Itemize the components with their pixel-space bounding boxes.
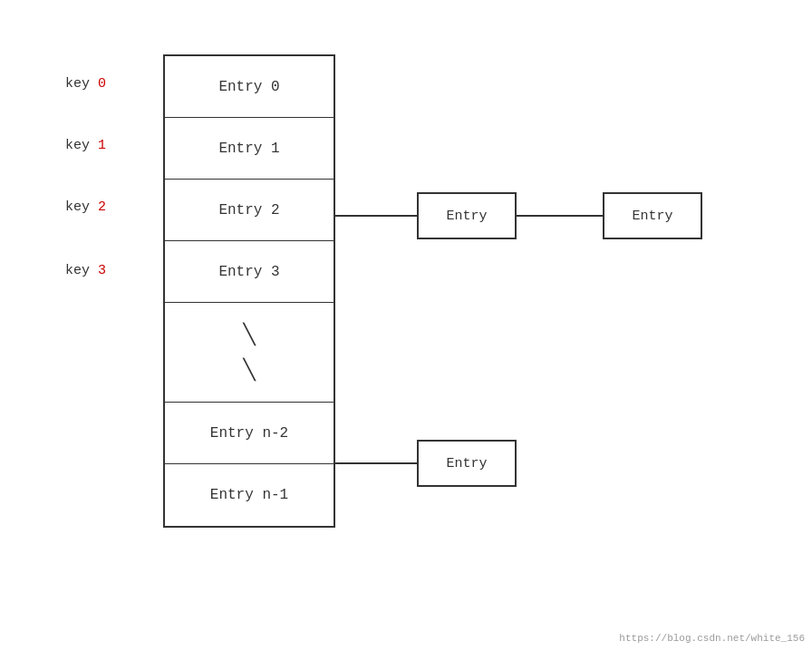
hash-row-nm2: Entry n-2 <box>165 403 334 464</box>
key-label-1: key 1 <box>65 138 106 153</box>
linked-entry-1: Entry <box>417 192 517 239</box>
watermark: https://blog.csdn.net/white_156 <box>619 633 805 644</box>
linked-entry-3: Entry <box>417 440 517 487</box>
hash-row-2: Entry 2 <box>165 180 334 241</box>
hash-row-dots: ╲ ╲ <box>165 303 334 403</box>
hash-row-nm1: Entry n-1 <box>165 464 334 526</box>
hash-row-3: Entry 3 <box>165 241 334 303</box>
diagram-container: key 0 key 1 key 2 key 3 Entry 0 Entry 1 … <box>27 27 779 617</box>
key-label-2: key 2 <box>65 199 106 215</box>
hash-row-1: Entry 1 <box>165 118 334 180</box>
hash-row-0: Entry 0 <box>165 56 334 118</box>
key-label-0: key 0 <box>65 76 106 92</box>
connection-lines <box>27 27 779 617</box>
hash-table: Entry 0 Entry 1 Entry 2 Entry 3 ╲ ╲ Entr… <box>163 54 335 528</box>
linked-entry-2: Entry <box>603 192 702 239</box>
key-label-3: key 3 <box>65 263 106 278</box>
